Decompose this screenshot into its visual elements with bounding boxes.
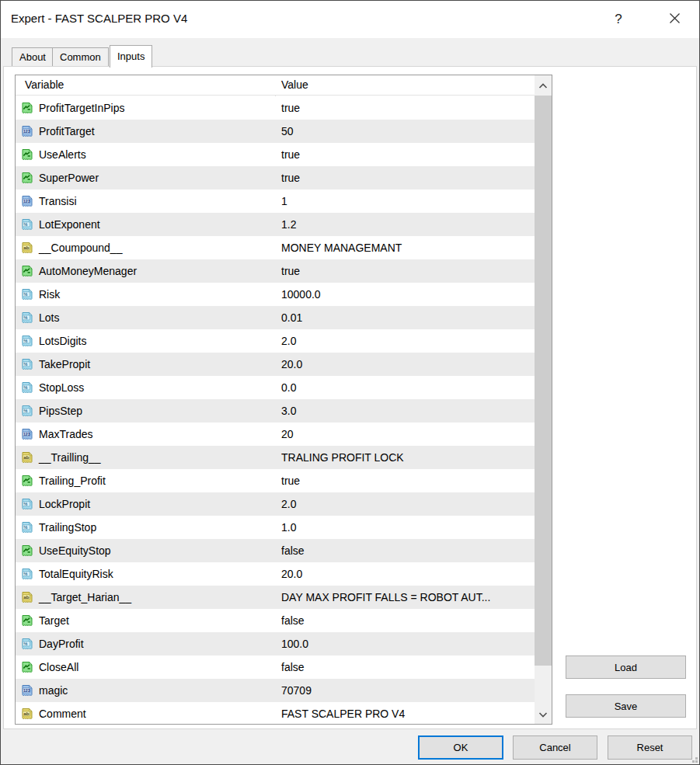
param-value[interactable]: 2.0 [281,492,533,516]
int-type-icon: 123 [21,684,33,697]
param-row[interactable]: ½ TakePropit 20.0 [16,353,535,376]
bool-type-icon [21,614,33,627]
save-button[interactable]: Save [566,694,686,718]
param-value[interactable]: 20 [281,422,533,446]
param-row[interactable]: ½ StopLoss 0.0 [16,376,535,399]
param-value[interactable]: DAY MAX PROFIT FALLS = ROBOT AUT... [281,586,533,609]
param-name: StopLoss [39,376,84,399]
param-value[interactable]: 3.0 [281,399,533,422]
param-row[interactable]: ½ PipsStep 3.0 [16,399,535,422]
param-value[interactable]: 1 [281,190,533,213]
param-name: UseAlerts [39,143,86,166]
vertical-scrollbar[interactable] [535,75,552,724]
param-value[interactable]: 1.0 [281,516,533,539]
param-row[interactable]: ½ DayProfit 100.0 [16,632,535,655]
save-button-label: Save [615,701,638,712]
param-value[interactable]: MONEY MANAGEMANT [281,236,533,259]
bool-type-icon [21,544,33,557]
param-row[interactable]: UseEquityStop false [16,539,535,562]
param-value[interactable]: true [281,469,533,492]
param-value[interactable]: 2.0 [281,329,533,353]
param-row[interactable]: ½ LockPropit 2.0 [16,492,535,516]
double-type-icon: ½ [21,521,33,534]
window-title: Expert - FAST SCALPER PRO V4 [11,12,187,25]
param-name: AutoMoneyMenager [39,259,137,283]
param-row[interactable]: Trailing_Profit true [16,469,535,492]
param-row[interactable]: ab __Coumpound__ MONEY MANAGEMANT [16,236,535,259]
column-header-variable[interactable]: Variable [25,75,64,95]
ok-button[interactable]: OK [418,735,503,760]
column-header-value[interactable]: Value [281,75,308,95]
title-bar: Expert - FAST SCALPER PRO V4 ? [1,1,699,38]
bool-type-icon [21,172,33,184]
param-row[interactable]: ½ Risk 10000.0 [16,283,535,306]
param-name: SuperPower [39,166,99,190]
param-row[interactable]: ½ TotalEquityRisk 20.0 [16,562,535,586]
param-row[interactable]: 123 Transisi 1 [16,190,535,213]
tab-about[interactable]: About [12,47,54,67]
close-button[interactable] [661,7,688,32]
param-value[interactable]: FAST SCALPER PRO V4 [281,702,533,724]
table-rows: ProfitTargetInPips true 123 ProfitTarget… [16,96,535,724]
double-type-icon: ½ [21,311,33,324]
param-row[interactable]: 123 magic 70709 [16,679,535,702]
param-name: LotExponent [39,213,100,236]
param-row[interactable]: CloseAll false [16,655,535,679]
scroll-up-button[interactable] [535,75,552,96]
param-row[interactable]: AutoMoneyMenager true [16,259,535,283]
param-value[interactable]: true [281,166,533,190]
param-value[interactable]: false [281,539,533,562]
param-value[interactable]: 1.2 [281,213,533,236]
bool-type-icon [21,475,33,487]
param-row[interactable]: ab __Trailling__ TRALING PROFIT LOCK [16,446,535,469]
load-button-label: Load [615,662,637,673]
param-row[interactable]: SuperPower true [16,166,535,190]
string-type-icon: ab [21,708,33,720]
param-value[interactable]: 0.0 [281,376,533,399]
double-type-icon: ½ [21,405,33,417]
param-value[interactable]: 10000.0 [281,283,533,306]
param-row[interactable]: Target false [16,609,535,632]
param-value[interactable]: 70709 [281,679,533,702]
param-name: Trailing_Profit [39,469,106,492]
inputs-table-content: Variable Value ProfitTargetInPips true 1… [16,75,535,724]
param-row[interactable]: UseAlerts true [16,143,535,166]
param-row[interactable]: ½ LotsDigits 2.0 [16,329,535,353]
param-row[interactable]: ProfitTargetInPips true [16,96,535,120]
load-button[interactable]: Load [566,655,686,679]
param-name: LockPropit [39,492,90,516]
param-name: ProfitTarget [39,120,95,143]
param-name: Transisi [39,190,77,213]
param-value[interactable]: false [281,655,533,679]
reset-button-label: Reset [637,742,663,753]
param-row[interactable]: 123 MaxTrades 20 [16,422,535,446]
svg-text:½: ½ [23,408,27,413]
reset-button[interactable]: Reset [608,735,692,760]
param-name: UseEquityStop [39,539,111,562]
scroll-down-button[interactable] [535,704,552,724]
param-value[interactable]: true [281,259,533,283]
param-value[interactable]: 50 [281,120,533,143]
tab-inputs[interactable]: Inputs [110,45,152,68]
param-row[interactable]: ½ TrailingStop 1.0 [16,516,535,539]
double-type-icon: ½ [21,288,33,301]
svg-text:½: ½ [23,524,27,530]
param-value[interactable]: 100.0 [281,632,533,655]
param-value[interactable]: 20.0 [281,353,533,376]
cancel-button[interactable]: Cancel [513,735,597,760]
param-value[interactable]: true [281,143,533,166]
param-value[interactable]: false [281,609,533,632]
param-row[interactable]: ab Comment FAST SCALPER PRO V4 [16,702,535,724]
param-row[interactable]: ab __Target_Harian__ DAY MAX PROFIT FALL… [16,586,535,609]
param-row[interactable]: ½ LotExponent 1.2 [16,213,535,236]
help-button[interactable]: ? [605,7,632,32]
param-row[interactable]: ½ Lots 0.01 [16,306,535,329]
param-name: TrailingStop [39,516,96,539]
tab-common[interactable]: Common [52,47,109,67]
scrollbar-thumb[interactable] [535,96,552,666]
param-value[interactable]: TRALING PROFIT LOCK [281,446,533,469]
param-value[interactable]: 20.0 [281,562,533,586]
param-value[interactable]: true [281,96,533,120]
param-value[interactable]: 0.01 [281,306,533,329]
param-row[interactable]: 123 ProfitTarget 50 [16,120,535,143]
